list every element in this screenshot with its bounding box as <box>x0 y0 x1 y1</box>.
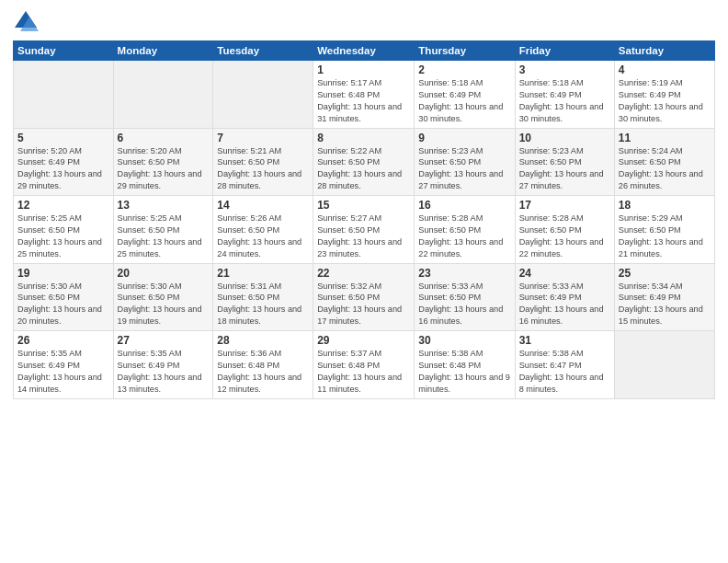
logo-icon <box>13 9 39 35</box>
day-number: 8 <box>317 132 410 144</box>
day-number: 9 <box>418 132 510 144</box>
day-number: 30 <box>418 334 510 347</box>
calendar-cell: 29Sunrise: 5:37 AMSunset: 6:48 PMDayligh… <box>313 331 415 399</box>
calendar-cell: 4Sunrise: 5:19 AMSunset: 6:49 PMDaylight… <box>614 61 714 129</box>
day-info: Sunrise: 5:18 AMSunset: 6:49 PMDaylight:… <box>418 77 510 125</box>
weekday-header-monday: Monday <box>113 41 213 61</box>
calendar-cell: 27Sunrise: 5:35 AMSunset: 6:49 PMDayligh… <box>113 331 213 399</box>
day-info: Sunrise: 5:28 AMSunset: 6:50 PMDaylight:… <box>519 213 610 260</box>
day-info: Sunrise: 5:38 AMSunset: 6:48 PMDaylight:… <box>418 348 510 396</box>
day-info: Sunrise: 5:17 AMSunset: 6:48 PMDaylight:… <box>317 77 410 125</box>
day-info: Sunrise: 5:25 AMSunset: 6:50 PMDaylight:… <box>118 213 210 260</box>
day-number: 18 <box>619 199 711 212</box>
weekday-header-wednesday: Wednesday <box>313 41 415 61</box>
day-info: Sunrise: 5:33 AMSunset: 6:50 PMDaylight:… <box>418 281 510 328</box>
calendar-cell <box>213 61 313 129</box>
calendar-cell: 22Sunrise: 5:32 AMSunset: 6:50 PMDayligh… <box>313 263 415 331</box>
calendar-cell: 10Sunrise: 5:23 AMSunset: 6:50 PMDayligh… <box>515 128 614 196</box>
calendar-cell: 9Sunrise: 5:23 AMSunset: 6:50 PMDaylight… <box>415 128 515 196</box>
calendar-cell: 13Sunrise: 5:25 AMSunset: 6:50 PMDayligh… <box>113 196 213 264</box>
day-number: 5 <box>17 132 109 144</box>
day-number: 29 <box>317 334 410 347</box>
day-info: Sunrise: 5:19 AMSunset: 6:49 PMDaylight:… <box>619 77 711 125</box>
logo <box>13 9 42 35</box>
calendar-cell: 2Sunrise: 5:18 AMSunset: 6:49 PMDaylight… <box>415 61 515 129</box>
day-number: 10 <box>519 132 610 144</box>
day-info: Sunrise: 5:20 AMSunset: 6:49 PMDaylight:… <box>17 145 109 193</box>
page: SundayMondayTuesdayWednesdayThursdayFrid… <box>0 0 728 563</box>
day-info: Sunrise: 5:22 AMSunset: 6:50 PMDaylight:… <box>317 145 410 193</box>
day-info: Sunrise: 5:30 AMSunset: 6:50 PMDaylight:… <box>118 281 210 328</box>
day-info: Sunrise: 5:38 AMSunset: 6:47 PMDaylight:… <box>519 348 610 396</box>
day-info: Sunrise: 5:24 AMSunset: 6:50 PMDaylight:… <box>619 145 711 193</box>
day-number: 16 <box>418 199 510 212</box>
day-info: Sunrise: 5:31 AMSunset: 6:50 PMDaylight:… <box>217 281 309 328</box>
day-number: 6 <box>118 132 210 144</box>
calendar-cell: 28Sunrise: 5:36 AMSunset: 6:48 PMDayligh… <box>213 331 313 399</box>
week-row-1: 1Sunrise: 5:17 AMSunset: 6:48 PMDaylight… <box>14 61 715 129</box>
day-number: 26 <box>17 334 109 347</box>
weekday-header-thursday: Thursday <box>415 41 515 61</box>
calendar-cell <box>614 331 714 399</box>
calendar-cell: 5Sunrise: 5:20 AMSunset: 6:49 PMDaylight… <box>14 128 114 196</box>
calendar-cell: 8Sunrise: 5:22 AMSunset: 6:50 PMDaylight… <box>313 128 415 196</box>
day-info: Sunrise: 5:35 AMSunset: 6:49 PMDaylight:… <box>17 348 109 396</box>
day-info: Sunrise: 5:25 AMSunset: 6:50 PMDaylight:… <box>17 213 109 260</box>
calendar-cell: 18Sunrise: 5:29 AMSunset: 6:50 PMDayligh… <box>614 196 714 264</box>
calendar-cell: 6Sunrise: 5:20 AMSunset: 6:50 PMDaylight… <box>113 128 213 196</box>
calendar-cell: 24Sunrise: 5:33 AMSunset: 6:49 PMDayligh… <box>515 263 614 331</box>
calendar-cell: 30Sunrise: 5:38 AMSunset: 6:48 PMDayligh… <box>415 331 515 399</box>
day-info: Sunrise: 5:23 AMSunset: 6:50 PMDaylight:… <box>519 145 610 193</box>
day-number: 27 <box>118 334 210 347</box>
day-number: 7 <box>217 132 309 144</box>
day-number: 15 <box>317 199 410 212</box>
day-number: 20 <box>118 267 210 280</box>
day-info: Sunrise: 5:33 AMSunset: 6:49 PMDaylight:… <box>519 281 610 328</box>
day-info: Sunrise: 5:18 AMSunset: 6:49 PMDaylight:… <box>519 77 610 125</box>
day-number: 13 <box>118 199 210 212</box>
day-info: Sunrise: 5:20 AMSunset: 6:50 PMDaylight:… <box>118 145 210 193</box>
calendar-cell <box>14 61 114 129</box>
day-number: 17 <box>519 199 610 212</box>
day-number: 25 <box>619 267 711 280</box>
day-number: 2 <box>418 63 510 76</box>
calendar-cell: 19Sunrise: 5:30 AMSunset: 6:50 PMDayligh… <box>14 263 114 331</box>
calendar-cell: 7Sunrise: 5:21 AMSunset: 6:50 PMDaylight… <box>213 128 313 196</box>
weekday-header-saturday: Saturday <box>614 41 714 61</box>
calendar-cell: 17Sunrise: 5:28 AMSunset: 6:50 PMDayligh… <box>515 196 614 264</box>
day-number: 14 <box>217 199 309 212</box>
day-info: Sunrise: 5:32 AMSunset: 6:50 PMDaylight:… <box>317 281 410 328</box>
day-number: 1 <box>317 63 410 76</box>
week-row-4: 19Sunrise: 5:30 AMSunset: 6:50 PMDayligh… <box>14 263 715 331</box>
day-number: 3 <box>519 63 610 76</box>
calendar-cell: 16Sunrise: 5:28 AMSunset: 6:50 PMDayligh… <box>415 196 515 264</box>
day-info: Sunrise: 5:29 AMSunset: 6:50 PMDaylight:… <box>619 213 711 260</box>
weekday-header-sunday: Sunday <box>14 41 114 61</box>
day-info: Sunrise: 5:34 AMSunset: 6:49 PMDaylight:… <box>619 281 711 328</box>
day-info: Sunrise: 5:21 AMSunset: 6:50 PMDaylight:… <box>217 145 309 193</box>
calendar-cell <box>113 61 213 129</box>
calendar-cell: 26Sunrise: 5:35 AMSunset: 6:49 PMDayligh… <box>14 331 114 399</box>
day-number: 19 <box>17 267 109 280</box>
week-row-3: 12Sunrise: 5:25 AMSunset: 6:50 PMDayligh… <box>14 196 715 264</box>
calendar-cell: 23Sunrise: 5:33 AMSunset: 6:50 PMDayligh… <box>415 263 515 331</box>
day-info: Sunrise: 5:37 AMSunset: 6:48 PMDaylight:… <box>317 348 410 396</box>
day-info: Sunrise: 5:28 AMSunset: 6:50 PMDaylight:… <box>418 213 510 260</box>
calendar-cell: 20Sunrise: 5:30 AMSunset: 6:50 PMDayligh… <box>113 263 213 331</box>
day-info: Sunrise: 5:36 AMSunset: 6:48 PMDaylight:… <box>217 348 309 396</box>
day-number: 21 <box>217 267 309 280</box>
day-number: 11 <box>619 132 711 144</box>
day-number: 24 <box>519 267 610 280</box>
day-info: Sunrise: 5:27 AMSunset: 6:50 PMDaylight:… <box>317 213 410 260</box>
day-number: 22 <box>317 267 410 280</box>
day-number: 23 <box>418 267 510 280</box>
calendar-cell: 25Sunrise: 5:34 AMSunset: 6:49 PMDayligh… <box>614 263 714 331</box>
calendar-cell: 31Sunrise: 5:38 AMSunset: 6:47 PMDayligh… <box>515 331 614 399</box>
day-info: Sunrise: 5:26 AMSunset: 6:50 PMDaylight:… <box>217 213 309 260</box>
weekday-header-friday: Friday <box>515 41 614 61</box>
day-info: Sunrise: 5:30 AMSunset: 6:50 PMDaylight:… <box>17 281 109 328</box>
day-number: 12 <box>17 199 109 212</box>
calendar-cell: 21Sunrise: 5:31 AMSunset: 6:50 PMDayligh… <box>213 263 313 331</box>
week-row-5: 26Sunrise: 5:35 AMSunset: 6:49 PMDayligh… <box>14 331 715 399</box>
week-row-2: 5Sunrise: 5:20 AMSunset: 6:49 PMDaylight… <box>14 128 715 196</box>
